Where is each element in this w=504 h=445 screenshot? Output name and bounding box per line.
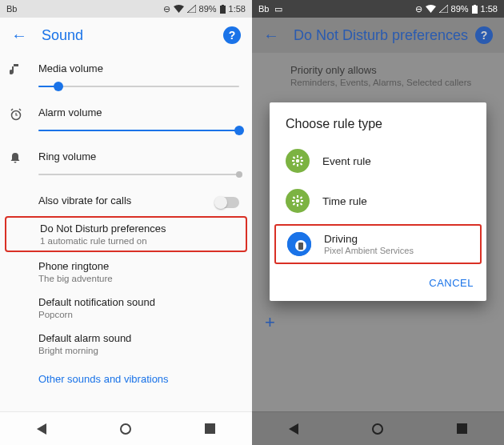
battery-pct: 89% — [451, 4, 469, 14]
gear-icon — [286, 149, 310, 173]
alarm-volume-slider[interactable] — [38, 123, 239, 138]
option-time-rule[interactable]: Time rule — [270, 181, 486, 221]
cancel-button[interactable]: CANCEL — [429, 277, 474, 289]
bell-icon — [10, 150, 38, 165]
dnd-icon: ⊖ — [415, 5, 422, 14]
clock: 1:58 — [229, 4, 246, 14]
nav-recent-button[interactable] — [457, 423, 467, 434]
vibrate-row[interactable]: Also vibrate for calls — [0, 188, 252, 214]
svg-rect-7 — [297, 164, 298, 166]
add-rule-icon: + — [265, 312, 275, 333]
notification-sound-row[interactable]: Default notification sound Popcorn — [0, 290, 252, 326]
alarm-clock-icon — [10, 106, 38, 121]
slider-label: Ring volume — [38, 150, 239, 162]
vibrate-toggle[interactable] — [215, 197, 239, 208]
svg-rect-4 — [474, 5, 476, 6]
svg-rect-10 — [293, 156, 296, 159]
option-driving[interactable]: Driving Pixel Ambient Services — [274, 224, 482, 264]
alarm-volume-row[interactable]: Alarm volume — [0, 100, 252, 144]
right-screenshot: Bb ▭ ⊖ 89% 1:58 ← Do Not Disturb prefere… — [252, 0, 504, 445]
svg-rect-20 — [300, 196, 303, 199]
app-bar: ← Sound ? — [0, 18, 252, 53]
item-subtitle: Bright morning — [38, 346, 239, 355]
back-button[interactable]: ← — [263, 26, 279, 45]
item-title: Do Not Disturb preferences — [40, 222, 238, 235]
item-subtitle: 1 automatic rule turned on — [40, 236, 238, 246]
nav-back-button[interactable] — [289, 423, 298, 435]
alarm-sound-row[interactable]: Default alarm sound Bright morning — [0, 326, 252, 362]
option-label: Event rule — [322, 155, 371, 167]
option-label: Driving — [324, 233, 414, 245]
svg-point-14 — [296, 199, 299, 202]
nav-back-button[interactable] — [37, 423, 46, 435]
ambient-icon — [287, 232, 311, 256]
option-event-rule[interactable]: Event rule — [270, 141, 486, 181]
media-volume-row[interactable]: Media volume — [0, 56, 252, 100]
other-sounds-link[interactable]: Other sounds and vibrations — [0, 362, 252, 396]
item-title: Priority only allows — [290, 64, 491, 76]
status-bar: Bb ▭ ⊖ 89% 1:58 — [252, 0, 504, 18]
ring-volume-row[interactable]: Ring volume — [0, 144, 252, 188]
item-subtitle: Popcorn — [38, 310, 239, 319]
svg-rect-13 — [300, 162, 303, 166]
wifi-icon — [174, 5, 184, 13]
svg-rect-9 — [301, 160, 303, 162]
svg-rect-16 — [297, 204, 298, 206]
media-volume-slider[interactable] — [38, 79, 239, 94]
item-title: Phone ringtone — [38, 260, 239, 272]
nav-home-button[interactable] — [372, 423, 383, 435]
svg-rect-17 — [292, 200, 294, 202]
ring-volume-slider[interactable] — [38, 167, 239, 182]
slider-label: Media volume — [38, 62, 239, 74]
battery-icon — [220, 5, 226, 14]
gear-icon — [286, 189, 310, 213]
left-screenshot: Bb ⊖ 89% 1:58 ← Sound ? Media volume — [0, 0, 252, 445]
svg-rect-18 — [301, 200, 303, 202]
help-icon[interactable]: ? — [223, 26, 241, 44]
rule-type-dialog: Choose rule type Event rule Time rule — [270, 102, 486, 301]
ringtone-row[interactable]: Phone ringtone The big adventure — [0, 254, 252, 290]
page-title: Sound — [42, 27, 223, 44]
back-button[interactable]: ← — [11, 26, 27, 45]
svg-rect-19 — [293, 196, 296, 199]
svg-point-5 — [296, 159, 299, 162]
dimmed-content: Priority only allows Reminders, Events, … — [252, 53, 504, 94]
nav-bar — [252, 411, 504, 445]
battery-pct: 89% — [199, 4, 217, 14]
dnd-preferences-row[interactable]: Do Not Disturb preferences 1 automatic r… — [5, 216, 247, 252]
help-icon[interactable]: ? — [475, 26, 493, 44]
svg-rect-15 — [297, 195, 298, 198]
status-label: Bb — [6, 4, 17, 14]
music-note-icon — [10, 62, 38, 77]
item-label: Also vibrate for calls — [38, 194, 215, 206]
status-icons: ⊖ 89% 1:58 — [415, 4, 498, 14]
svg-rect-25 — [298, 243, 303, 250]
nav-bar — [0, 411, 252, 445]
clock: 1:58 — [481, 4, 498, 14]
dialog-title: Choose rule type — [270, 117, 486, 141]
option-subtitle: Pixel Ambient Services — [324, 246, 414, 255]
svg-rect-3 — [472, 6, 478, 14]
signal-icon — [187, 5, 196, 13]
status-label: Bb ▭ — [258, 4, 282, 14]
item-subtitle: The big adventure — [38, 274, 239, 283]
settings-list: Media volume Alarm volume — [0, 53, 252, 396]
priority-row: Priority only allows Reminders, Events, … — [252, 53, 504, 94]
item-title: Default notification sound — [38, 296, 239, 308]
nav-home-button[interactable] — [120, 423, 131, 435]
battery-icon — [472, 5, 478, 14]
svg-rect-0 — [220, 6, 226, 14]
option-label: Time rule — [322, 195, 367, 207]
wifi-icon — [426, 5, 436, 13]
nav-recent-button[interactable] — [205, 423, 215, 434]
item-subtitle: Reminders, Events, Alarms, Selected call… — [290, 78, 491, 87]
svg-rect-8 — [292, 160, 294, 162]
dnd-icon: ⊖ — [163, 5, 170, 14]
svg-rect-21 — [293, 202, 296, 206]
svg-rect-1 — [222, 5, 224, 6]
slider-label: Alarm volume — [38, 106, 239, 118]
page-title: Do Not Disturb preferences — [294, 27, 475, 44]
svg-rect-22 — [300, 202, 303, 206]
svg-rect-12 — [293, 162, 296, 166]
svg-rect-11 — [300, 156, 303, 159]
